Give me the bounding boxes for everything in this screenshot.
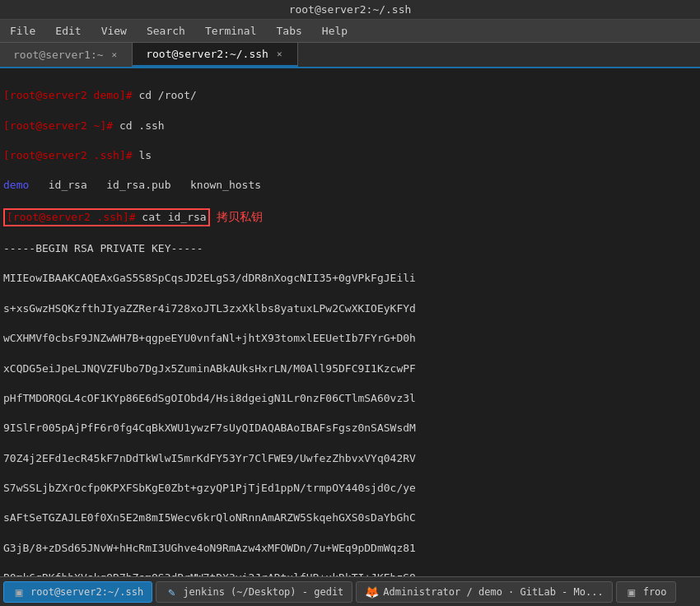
terminal-line: S7wSSLjbZXrOcfp0KPXFSbKgE0Zbt+gzyQP1PjTj… <box>3 481 697 496</box>
prompt: [root@server2 demo]# <box>3 88 133 103</box>
terminal-line: [root@server2 demo]# cd /root/ <box>3 88 697 103</box>
tab-server1-close[interactable]: ✕ <box>110 49 119 60</box>
highlight-box: [root@server2 .ssh]# cat id_rsa <box>3 208 210 226</box>
menu-tabs[interactable]: Tabs <box>273 23 306 39</box>
menu-search[interactable]: Search <box>143 23 189 39</box>
menu-edit[interactable]: Edit <box>52 23 84 39</box>
title-bar: root@server2:~/.ssh <box>0 0 700 20</box>
terminal-line: B0mk6gRKfbhXVskg9R7bZsmOS3dBrMW7tDX3yi2J… <box>3 571 697 576</box>
terminal-line: -----BEGIN RSA PRIVATE KEY----- <box>3 241 697 256</box>
terminal-line: MIIEowIBAAKCAQEAxGaS5S8SpCqsJD2ELgS3/dDR… <box>3 271 697 286</box>
firefox-icon: 🦊 <box>365 585 378 599</box>
terminal-highlighted-line: [root@server2 .ssh]# cat id_rsa拷贝私钥 <box>3 208 697 226</box>
title-text: root@server2:~/.ssh <box>289 3 412 16</box>
taskbar-firefox-label: Administrator / demo · GitLab - Mo... <box>383 586 603 598</box>
terminal-line: wCXHMVf0cbsF9JNZwWH7B+qgpeEYU0vnfaNl+jht… <box>3 331 697 346</box>
tab-server2[interactable]: root@server2:~/.ssh ✕ <box>133 43 297 67</box>
prompt: [root@server2 .ssh]# <box>7 211 136 223</box>
terminal-line: [root@server2 .ssh]# ls <box>3 148 697 163</box>
terminal-line: [root@server2 ~]# cd .ssh <box>3 119 697 133</box>
tab-server2-label: root@server2:~/.ssh <box>146 48 268 60</box>
taskbar-terminal[interactable]: ▣ root@server2:~/.ssh <box>3 581 152 603</box>
taskbar-extra[interactable]: ▣ froo <box>616 581 676 603</box>
prompt: [root@server2 ~]# <box>3 119 113 133</box>
taskbar-gedit-label: jenkins (~/Desktop) - gedit <box>183 586 343 598</box>
taskbar: ▣ root@server2:~/.ssh ✎ jenkins (~/Deskt… <box>0 576 700 606</box>
terminal-line: demo id_rsa id_rsa.pub known_hosts <box>3 178 697 193</box>
taskbar-extra-label: froo <box>643 586 667 598</box>
tab-bar: root@server1:~ ✕ root@server2:~/.ssh ✕ <box>0 43 700 68</box>
menu-help[interactable]: Help <box>319 23 351 39</box>
tab-server2-close[interactable]: ✕ <box>275 49 284 59</box>
menu-view[interactable]: View <box>98 23 130 39</box>
gedit-icon: ✎ <box>165 585 178 599</box>
menu-bar: File Edit View Search Terminal Tabs Help <box>0 20 700 43</box>
terminal-line: sAFtSeTGZAJLE0f0Xn5E2m8mI5Wecv6krQloNRnn… <box>3 510 697 525</box>
menu-file[interactable]: File <box>7 23 39 39</box>
terminal-icon: ▣ <box>12 585 26 599</box>
prompt: [root@server2 .ssh]# <box>3 148 133 163</box>
terminal-line: 9ISlFr005pAjPfF6r0fg4CqBkXWU1ywzF7sUyQID… <box>3 421 697 436</box>
extra-icon: ▣ <box>625 585 638 599</box>
taskbar-terminal-label: root@server2:~/.ssh <box>30 586 143 598</box>
tab-server1[interactable]: root@server1:~ ✕ <box>0 43 133 67</box>
terminal-content[interactable]: [root@server2 demo]# cd /root/ [root@ser… <box>0 68 700 576</box>
annotation-text: 拷贝私钥 <box>217 209 263 226</box>
taskbar-firefox[interactable]: 🦊 Administrator / demo · GitLab - Mo... <box>356 581 612 603</box>
tab-server1-label: root@server1:~ <box>13 49 104 61</box>
terminal-line: s+xsGwzHSQKzfthJIyaZZRer4i728xoJTL3zxXkl… <box>3 301 697 316</box>
terminal-line: 70Z4j2EFd1ecR45kF7nDdTkWlwI5mrKdFY53Yr7C… <box>3 451 697 466</box>
terminal-line: G3jB/8+zDSd65JNvW+hHcRmI3UGhve4oN9RmAzw4… <box>3 541 697 556</box>
taskbar-gedit[interactable]: ✎ jenkins (~/Desktop) - gedit <box>156 581 352 603</box>
terminal-line: pHfTMDORQGL4cOF1KYp86E6dSgOIObd4/Hsi8dge… <box>3 391 697 406</box>
terminal-line: xCQDG5eiJpeLJNQVZFUbo7DgJx5ZuminABkAUksH… <box>3 361 697 376</box>
menu-terminal[interactable]: Terminal <box>202 23 260 39</box>
